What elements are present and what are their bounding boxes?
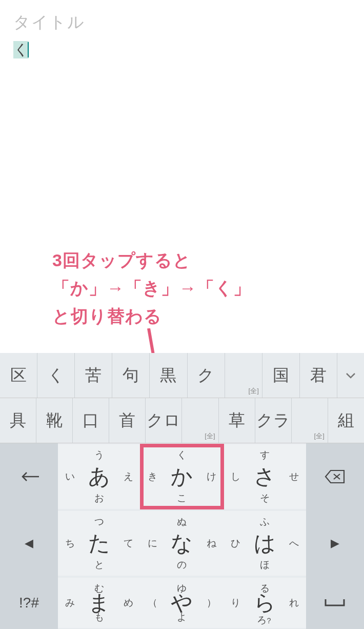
suggestion[interactable]: 靴 bbox=[36, 398, 73, 443]
suggestion[interactable]: クラ bbox=[255, 398, 292, 443]
suggestion[interactable]: [全] bbox=[225, 353, 262, 398]
keypad: う お い え あ く こ き け か す そ し せ さ bbox=[0, 443, 364, 629]
text-cursor bbox=[28, 42, 29, 57]
key-ya[interactable]: ゆ よ （ ） や bbox=[140, 578, 223, 628]
suggestion[interactable]: 草 bbox=[219, 398, 255, 443]
suggestion[interactable]: [全] bbox=[292, 398, 328, 443]
suggestion-row-1: 区 く 苦 句 黒 ク [全] 国 君 bbox=[0, 353, 364, 398]
reverse-tab-key[interactable] bbox=[0, 443, 58, 510]
suggestion-row-2: 具 靴 口 首 クロ [全] 草 クラ [全] 組 bbox=[0, 398, 364, 443]
symbol-key[interactable]: !?# bbox=[0, 577, 58, 629]
key-na[interactable]: ぬ の に ね な bbox=[140, 511, 223, 576]
key-ra[interactable]: る ろ？ り れ ら bbox=[224, 578, 306, 628]
backspace-key[interactable] bbox=[306, 443, 364, 510]
annotation-text: 3回タップすると 「か」→「き」→「く」 と切り替わる bbox=[52, 246, 251, 330]
expand-suggestions-icon[interactable] bbox=[337, 353, 364, 398]
body-area[interactable]: く bbox=[0, 34, 364, 66]
suggestion[interactable]: 君 bbox=[300, 353, 337, 398]
keyboard: 区 く 苦 句 黒 ク [全] 国 君 具 靴 口 首 クロ [全] 草 クラ … bbox=[0, 353, 364, 629]
suggestion[interactable]: 組 bbox=[328, 398, 364, 443]
space-key[interactable] bbox=[306, 577, 364, 629]
key-a[interactable]: う お い え あ bbox=[58, 444, 140, 509]
suggestion[interactable]: 黒 bbox=[150, 353, 187, 398]
key-sa[interactable]: す そ し せ さ bbox=[224, 444, 306, 509]
cursor-left-key[interactable]: ◀ bbox=[0, 510, 58, 577]
title-area: タイトル bbox=[0, 0, 364, 34]
key-ma[interactable]: む も み め ま bbox=[58, 578, 140, 628]
key-ha[interactable]: ふ ほ ひ へ は bbox=[224, 511, 306, 576]
suggestion[interactable]: 区 bbox=[0, 353, 37, 398]
key-ka[interactable]: く こ き け か bbox=[140, 444, 223, 509]
suggestion[interactable]: クロ bbox=[146, 398, 182, 443]
suggestion[interactable]: 苦 bbox=[75, 353, 112, 398]
suggestion[interactable]: 首 bbox=[109, 398, 146, 443]
suggestion[interactable]: [全] bbox=[182, 398, 218, 443]
suggestion[interactable]: 国 bbox=[262, 353, 300, 398]
suggestion[interactable]: 具 bbox=[0, 398, 36, 443]
title-input[interactable]: タイトル bbox=[13, 11, 351, 34]
suggestion[interactable]: 口 bbox=[73, 398, 109, 443]
suggestion[interactable]: ク bbox=[188, 353, 225, 398]
key-ta[interactable]: つ と ち て た bbox=[58, 511, 140, 576]
composing-char: く bbox=[13, 41, 29, 58]
suggestion[interactable]: く bbox=[37, 353, 75, 398]
cursor-right-key[interactable]: ▶ bbox=[306, 510, 364, 577]
suggestion[interactable]: 句 bbox=[112, 353, 150, 398]
